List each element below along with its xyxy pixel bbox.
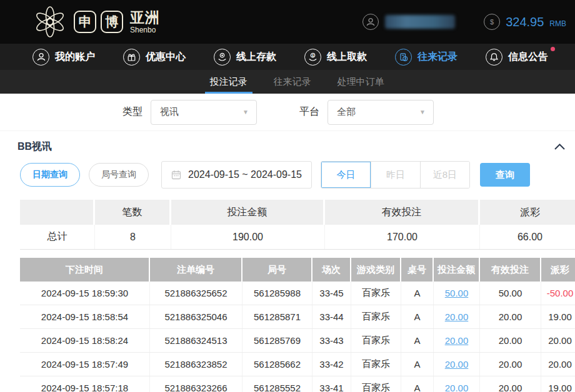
today-button[interactable]: 今日 xyxy=(321,162,371,188)
bet-amount-link[interactable]: 20.00 xyxy=(434,353,480,376)
nav-label: 信息公告 xyxy=(508,51,548,64)
search-button[interactable]: 查询 xyxy=(480,163,530,187)
summary-header-blank xyxy=(20,200,95,225)
table-row: 2024-09-15 18:57:18521886323266561285552… xyxy=(20,376,575,392)
date-range-input[interactable]: 2024-09-15 ~ 2024-09-15 xyxy=(161,161,312,189)
username-redacted xyxy=(385,15,455,29)
bell-icon xyxy=(486,49,502,66)
bet-amount-link[interactable]: 20.00 xyxy=(434,305,480,328)
bet-time-cell: 2024-09-15 18:58:54 xyxy=(20,305,150,328)
valid-bet-cell: 20.00 xyxy=(480,353,541,376)
bet-time-cell: 2024-09-15 18:59:30 xyxy=(20,282,150,305)
session-cell: 33-41 xyxy=(312,376,351,392)
user-account-chip[interactable] xyxy=(362,14,455,30)
bet-amount-link[interactable]: 20.00 xyxy=(434,329,480,352)
round-id-cell: 561285769 xyxy=(242,329,312,352)
nav-item-deposit[interactable]: 线上存款 xyxy=(214,49,276,66)
bet-amount-link[interactable]: 50.00 xyxy=(434,282,480,305)
table-no-cell: A xyxy=(401,305,434,328)
logo-brand-en: Shenbo xyxy=(130,26,160,34)
table-row: 2024-09-15 18:57:49521886323852561285662… xyxy=(20,353,575,376)
game-type-cell: 百家乐 xyxy=(351,282,401,305)
valid-bet-cell: 20.00 xyxy=(480,329,541,352)
table-no-cell: A xyxy=(401,329,434,352)
nav-label: 往来记录 xyxy=(418,51,458,64)
bet-time-cell: 2024-09-15 18:58:24 xyxy=(20,329,150,352)
summary-total-row: 总计 8 190.00 170.00 66.00 xyxy=(20,225,575,250)
bet-time-cell: 2024-09-15 18:57:18 xyxy=(20,376,150,392)
header-table-no: 桌号 xyxy=(401,258,434,282)
balance-display[interactable]: $ 324.95 RMB xyxy=(484,14,566,30)
session-cell: 33-45 xyxy=(312,282,351,305)
logo-char-bo: 博 xyxy=(101,11,123,33)
session-cell: 33-42 xyxy=(312,353,351,376)
nav-item-withdraw[interactable]: $ 线上取款 xyxy=(304,49,367,66)
record-subtabs: 投注记录 往来记录 处理中订单 xyxy=(0,70,575,94)
payout-cell: 20.00 xyxy=(541,353,575,376)
last-8-days-button[interactable]: 近8日 xyxy=(420,162,469,188)
deposit-icon xyxy=(214,49,231,66)
brand-logo[interactable]: 申 博 亚洲 Shenbo xyxy=(34,6,160,38)
header-valid-bet: 有效投注 xyxy=(480,258,541,282)
balance-amount: 324.95 xyxy=(506,15,544,29)
platform-filter-label: 平台 xyxy=(299,105,319,119)
collapse-section-button[interactable] xyxy=(552,141,568,152)
nav-item-my-account[interactable]: 我的账户 xyxy=(32,49,95,66)
nav-item-promotions[interactable]: 优惠中心 xyxy=(123,49,186,66)
header-bet-id: 注单编号 xyxy=(150,258,242,282)
header-game-type: 游戏类别 xyxy=(351,258,401,282)
date-query-button[interactable]: 日期查询 xyxy=(20,163,80,187)
bet-id-cell: 521886324513 xyxy=(150,329,242,352)
summary-header-valid-bet: 有效投注 xyxy=(325,200,480,225)
round-id-cell: 561285662 xyxy=(242,353,312,376)
bet-id-cell: 521886325046 xyxy=(150,305,242,328)
notification-dot-badge xyxy=(551,47,555,51)
round-query-button[interactable]: 局号查询 xyxy=(89,163,149,187)
payout-cell: 19.00 xyxy=(541,305,575,328)
svg-text:$: $ xyxy=(312,53,314,57)
summary-table: 笔数 投注金额 有效投注 派彩 总计 8 190.00 170.00 66.00 xyxy=(20,200,575,250)
chevron-down-icon: ▼ xyxy=(242,109,249,115)
section-header: BB视讯 xyxy=(0,131,575,160)
calendar-icon xyxy=(171,170,181,180)
summary-header-row: 笔数 投注金额 有效投注 派彩 xyxy=(20,200,575,225)
tab-pending-orders[interactable]: 处理中订单 xyxy=(334,70,388,94)
header-payout: 派彩 xyxy=(541,258,575,282)
platform-select-value: 全部 xyxy=(337,106,356,118)
last-8-days-label: 近8日 xyxy=(433,169,457,181)
valid-bet-cell: 50.00 xyxy=(480,282,541,305)
logo-region-cn: 亚洲 xyxy=(130,11,160,25)
nav-item-transaction-records[interactable]: 往来记录 xyxy=(395,49,458,66)
flower-logo-icon xyxy=(34,6,66,38)
table-no-cell: A xyxy=(401,353,434,376)
header-session: 场次 xyxy=(312,258,351,282)
nav-label: 我的账户 xyxy=(55,51,95,64)
yesterday-button[interactable]: 昨日 xyxy=(371,162,420,188)
table-row: 2024-09-15 18:59:30521886325652561285988… xyxy=(20,282,575,305)
type-select[interactable]: 视讯 ▼ xyxy=(151,100,257,125)
type-filter-label: 类型 xyxy=(122,105,142,119)
game-type-cell: 百家乐 xyxy=(351,376,401,392)
summary-payout-value: 66.00 xyxy=(480,225,575,249)
user-avatar-icon xyxy=(362,14,379,30)
bet-amount-link[interactable]: 20.00 xyxy=(434,376,480,392)
valid-bet-cell: 20.00 xyxy=(480,376,541,392)
bet-id-cell: 521886323266 xyxy=(150,376,242,392)
subtab-label: 投注记录 xyxy=(210,76,248,88)
game-type-cell: 百家乐 xyxy=(351,329,401,352)
table-row: 2024-09-15 18:58:24521886324513561285769… xyxy=(20,329,575,353)
table-no-cell: A xyxy=(401,282,434,305)
filter-row: 类型 视讯 ▼ 平台 全部 ▼ xyxy=(0,94,575,131)
payout-cell: 19.00 xyxy=(541,376,575,392)
round-id-cell: 561285988 xyxy=(242,282,312,305)
tab-transaction-records[interactable]: 往来记录 xyxy=(271,70,314,94)
tab-betting-records[interactable]: 投注记录 xyxy=(207,70,251,94)
active-tab-underline xyxy=(205,92,252,94)
date-range-value: 2024-09-15 ~ 2024-09-15 xyxy=(188,169,302,180)
nav-item-announcements[interactable]: 信息公告 xyxy=(486,49,548,66)
platform-select[interactable]: 全部 ▼ xyxy=(328,100,434,125)
gift-icon xyxy=(123,49,140,66)
table-row: 2024-09-15 18:58:54521886325046561285871… xyxy=(20,305,575,329)
round-id-cell: 561285552 xyxy=(242,376,312,392)
summary-bet-amount-value: 190.00 xyxy=(171,225,325,249)
